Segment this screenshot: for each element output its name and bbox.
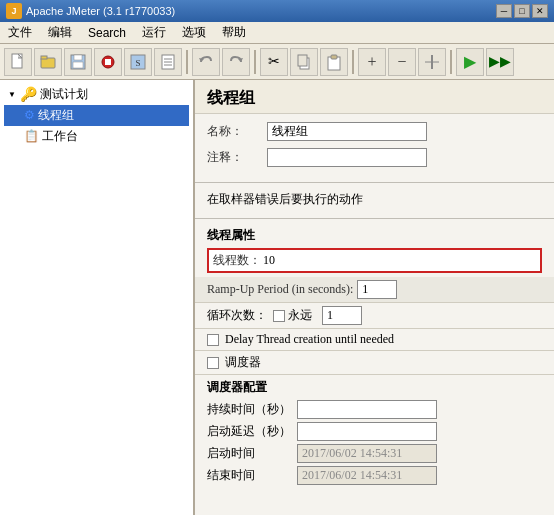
- separator4: [450, 50, 452, 74]
- error-action-text: 在取样器错误后要执行的动作: [195, 187, 554, 214]
- name-section: 名称： 注释：: [195, 114, 554, 178]
- paste-button[interactable]: [320, 48, 348, 76]
- thread-group-icon: ⚙: [24, 108, 35, 123]
- tree-panel: ▼ 🔑 测试计划 ⚙ 线程组 📋 工作台: [0, 80, 195, 515]
- stop-red-button[interactable]: [94, 48, 122, 76]
- start-time-input[interactable]: [297, 444, 437, 463]
- tree-item-test-plan[interactable]: ▼ 🔑 测试计划: [4, 84, 189, 105]
- toggle-button[interactable]: [418, 48, 446, 76]
- save2-button[interactable]: S: [124, 48, 152, 76]
- expand-icon: ▼: [6, 89, 18, 101]
- menu-edit[interactable]: 编辑: [40, 22, 80, 43]
- end-time-row: 结束时间: [207, 466, 542, 485]
- duration-row: 持续时间（秒）: [207, 400, 542, 419]
- ramp-up-label: Ramp-Up Period (in seconds):: [207, 282, 353, 297]
- right-panel: 线程组 名称： 注释： 在取样器错误后要执行的动作 线程属性 线程数： Ramp…: [195, 80, 554, 515]
- end-time-input[interactable]: [297, 466, 437, 485]
- workbench-label: 工作台: [42, 128, 78, 145]
- forever-label: 永远: [288, 307, 312, 324]
- collapse-button[interactable]: −: [388, 48, 416, 76]
- window-title: Apache JMeter (3.1 r1770033): [26, 5, 175, 17]
- workbench-icon: 📋: [24, 129, 39, 144]
- menu-bar: 文件 编辑 Search 运行 选项 帮助: [0, 22, 554, 44]
- forever-checkbox-label[interactable]: 永远: [273, 307, 312, 324]
- svg-rect-4: [74, 55, 82, 60]
- close-button[interactable]: ✕: [532, 4, 548, 18]
- loop-row: 循环次数： 永远: [195, 303, 554, 329]
- thread-group-label: 线程组: [38, 107, 74, 124]
- thread-props-heading: 线程属性: [195, 223, 554, 246]
- duration-label: 持续时间（秒）: [207, 401, 297, 418]
- run-all-button[interactable]: ▶▶: [486, 48, 514, 76]
- loop-label: 循环次数：: [207, 307, 267, 324]
- startup-delay-row: 启动延迟（秒）: [207, 422, 542, 441]
- thread-count-input[interactable]: [261, 253, 321, 268]
- scheduler-checkbox[interactable]: [207, 357, 219, 369]
- divider2: [195, 218, 554, 219]
- minimize-button[interactable]: ─: [496, 4, 512, 18]
- scheduler-label: 调度器: [225, 354, 261, 371]
- delay-row: Delay Thread creation until needed: [195, 329, 554, 351]
- name-input[interactable]: [267, 122, 427, 141]
- app-icon: J: [6, 3, 22, 19]
- menu-help[interactable]: 帮助: [214, 22, 254, 43]
- ramp-up-row: Ramp-Up Period (in seconds):: [195, 277, 554, 303]
- startup-delay-label: 启动延迟（秒）: [207, 423, 297, 440]
- loop-count-input[interactable]: [322, 306, 362, 325]
- scheduler-config-section: 调度器配置 持续时间（秒） 启动延迟（秒） 启动时间 结束时间: [195, 375, 554, 492]
- menu-options[interactable]: 选项: [174, 22, 214, 43]
- svg-rect-19: [331, 55, 337, 59]
- comment-row: 注释：: [207, 146, 542, 168]
- test-plan-label: 测试计划: [40, 86, 88, 103]
- startup-delay-input[interactable]: [297, 422, 437, 441]
- tree-item-thread-group[interactable]: ⚙ 线程组: [4, 105, 189, 126]
- ramp-up-input[interactable]: [357, 280, 397, 299]
- window-controls: ─ □ ✕: [496, 4, 548, 18]
- separator2: [254, 50, 256, 74]
- templates-button[interactable]: [154, 48, 182, 76]
- save-button[interactable]: [64, 48, 92, 76]
- separator3: [352, 50, 354, 74]
- undo-button[interactable]: [192, 48, 220, 76]
- redo-button[interactable]: [222, 48, 250, 76]
- start-time-label: 启动时间: [207, 445, 297, 462]
- toolbar: S ✂ + − ▶ ▶▶: [0, 44, 554, 80]
- cut-button[interactable]: ✂: [260, 48, 288, 76]
- scheduler-row: 调度器: [195, 351, 554, 375]
- tree-item-workbench[interactable]: 📋 工作台: [4, 126, 189, 147]
- copy-button[interactable]: [290, 48, 318, 76]
- new-button[interactable]: [4, 48, 32, 76]
- svg-rect-7: [105, 59, 111, 65]
- main-area: ▼ 🔑 测试计划 ⚙ 线程组 📋 工作台 线程组 名称： 注释：: [0, 80, 554, 515]
- delay-label: Delay Thread creation until needed: [225, 332, 394, 347]
- title-bar: J Apache JMeter (3.1 r1770033) ─ □ ✕: [0, 0, 554, 22]
- svg-rect-17: [298, 55, 307, 66]
- comment-label: 注释：: [207, 149, 267, 166]
- run-button[interactable]: ▶: [456, 48, 484, 76]
- comment-input[interactable]: [267, 148, 427, 167]
- svg-text:S: S: [135, 58, 140, 68]
- delay-checkbox[interactable]: [207, 334, 219, 346]
- forever-checkbox[interactable]: [273, 310, 285, 322]
- maximize-button[interactable]: □: [514, 4, 530, 18]
- end-time-label: 结束时间: [207, 467, 297, 484]
- name-label: 名称：: [207, 123, 267, 140]
- open-button[interactable]: [34, 48, 62, 76]
- divider1: [195, 182, 554, 183]
- menu-file[interactable]: 文件: [0, 22, 40, 43]
- separator1: [186, 50, 188, 74]
- name-row: 名称：: [207, 120, 542, 142]
- panel-title: 线程组: [195, 80, 554, 114]
- svg-rect-5: [73, 62, 83, 68]
- duration-input[interactable]: [297, 400, 437, 419]
- test-plan-icon: 🔑: [20, 86, 37, 103]
- menu-run[interactable]: 运行: [134, 22, 174, 43]
- start-time-row: 启动时间: [207, 444, 542, 463]
- thread-count-row: 线程数：: [207, 248, 542, 273]
- expand-button[interactable]: +: [358, 48, 386, 76]
- scheduler-config-heading: 调度器配置: [207, 379, 542, 396]
- thread-count-label: 线程数：: [213, 252, 261, 269]
- svg-rect-2: [41, 56, 47, 59]
- menu-search[interactable]: Search: [80, 22, 134, 43]
